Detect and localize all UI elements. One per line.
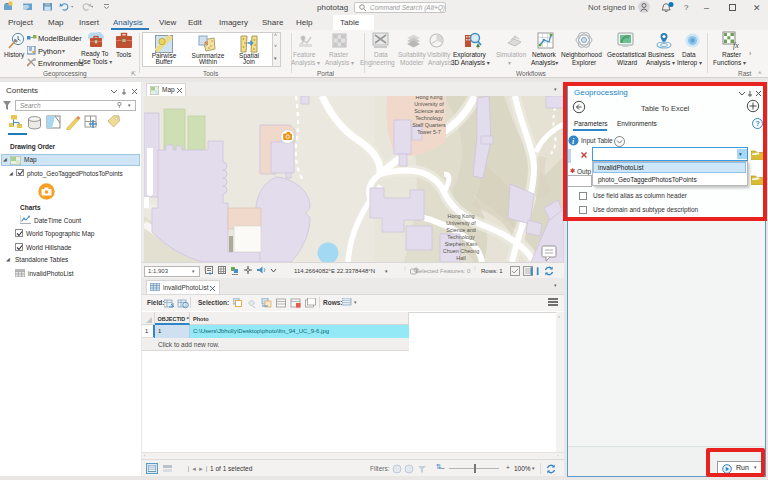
svg-text:Chuen Cheong: Chuen Cheong bbox=[443, 248, 479, 254]
svg-text:Science and: Science and bbox=[414, 108, 444, 114]
svg-text:University of: University of bbox=[414, 101, 444, 107]
svg-text:Hong Kong: Hong Kong bbox=[448, 213, 475, 219]
svg-text:Technology: Technology bbox=[447, 234, 475, 240]
svg-text:Staff Quarters: Staff Quarters bbox=[412, 122, 446, 128]
svg-text:Stephen Kam: Stephen Kam bbox=[445, 241, 478, 247]
svg-text:Technology: Technology bbox=[415, 115, 443, 121]
svg-text:fx: fx bbox=[733, 41, 739, 50]
svg-text:Hong Kong: Hong Kong bbox=[416, 96, 443, 100]
svg-text:University of: University of bbox=[446, 220, 476, 226]
svg-text:Tower 5-7: Tower 5-7 bbox=[417, 129, 441, 135]
svg-text:Hall: Hall bbox=[456, 255, 465, 261]
svg-text:Science and: Science and bbox=[446, 227, 476, 233]
